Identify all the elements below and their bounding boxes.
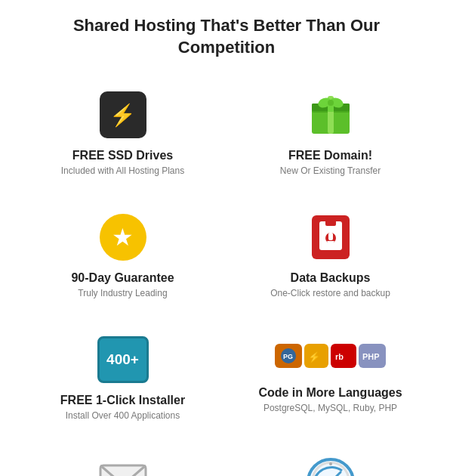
feature-ssd: FREE SSD Drives Included with All Hostin… — [23, 76, 223, 191]
feature-backup: Data Backups One-Click restore and backu… — [230, 199, 430, 314]
feature-speed: Max Speed ZoneTM Choose Your Data Center — [230, 444, 430, 476]
ssd-subtitle: Included with All Hosting Plans — [61, 165, 184, 176]
email-icon-wrap — [97, 456, 149, 476]
backup-icon — [309, 214, 353, 261]
svg-point-7 — [328, 100, 334, 106]
domain-subtitle: New Or Existing Transfer — [280, 165, 381, 176]
domain-icon-wrap — [304, 88, 357, 141]
backup-title: Data Backups — [291, 271, 371, 285]
guarantee-icon-wrap — [97, 211, 149, 264]
domain-title: FREE Domain! — [288, 149, 372, 162]
installer-title: FREE 1-Click Installer — [60, 394, 185, 407]
domain-icon — [308, 92, 353, 138]
svg-point-26 — [329, 462, 332, 465]
svg-text:PHP: PHP — [362, 352, 380, 361]
guarantee-title: 90-Day Guarantee — [71, 271, 174, 285]
langs-title: Code in More Languages — [258, 386, 402, 400]
feature-installer: 400+ FREE 1-Click Installer Install Over… — [23, 321, 223, 436]
lang-icon-4: PHP — [359, 344, 386, 368]
speed-icon — [306, 457, 356, 476]
backup-icon-wrap — [304, 211, 357, 264]
svg-text:⚡: ⚡ — [308, 351, 321, 363]
svg-text:PG: PG — [283, 353, 293, 360]
langs-subtitle: PostgreSQL, MySQL, Ruby, PHP — [263, 403, 397, 413]
backup-subtitle: One-Click restore and backup — [270, 288, 390, 298]
lang-icon-3: rb — [331, 344, 356, 368]
feature-langs: PG ⚡ rb PHP Code in More Languages Postg… — [230, 321, 430, 436]
ssd-title: FREE SSD Drives — [72, 149, 173, 162]
lang-icon-2: ⚡ — [304, 344, 328, 368]
installer-icon-wrap: 400+ — [97, 333, 149, 386]
speed-icon-wrap — [304, 456, 357, 476]
lang-icon-1: PG — [275, 344, 302, 368]
feature-domain: FREE Domain! New Or Existing Transfer — [230, 76, 430, 191]
ssd-icon-wrap — [97, 88, 149, 141]
feature-guarantee: 90-Day Guarantee Truly Industry Leading — [23, 199, 223, 314]
guarantee-subtitle: Truly Industry Leading — [78, 288, 167, 298]
installer-subtitle: Install Over 400 Applications — [66, 410, 180, 421]
langs-icon: PG ⚡ rb PHP — [275, 344, 386, 368]
installer-icon: 400+ — [97, 336, 149, 383]
svg-rect-12 — [328, 233, 333, 240]
guarantee-icon — [100, 214, 146, 261]
page-title: Shared Hosting That's Better Than Our Co… — [23, 15, 430, 58]
ssd-icon — [100, 91, 146, 138]
svg-rect-10 — [325, 220, 336, 226]
langs-icon-wrap: PG ⚡ rb PHP — [275, 333, 386, 379]
svg-text:rb: rb — [335, 352, 344, 361]
feature-email: Secure IMAP Email Access Email from Any … — [23, 444, 223, 476]
email-icon — [99, 462, 147, 476]
features-grid: FREE SSD Drives Included with All Hostin… — [23, 76, 430, 476]
